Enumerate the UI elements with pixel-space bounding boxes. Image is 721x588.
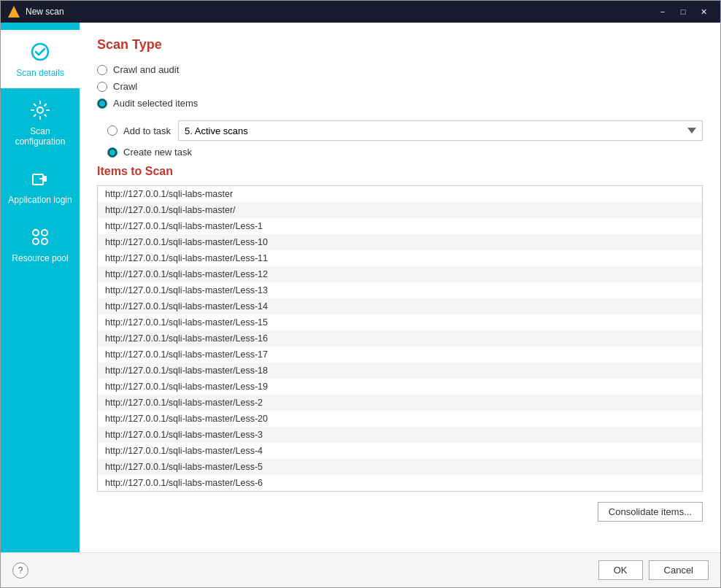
list-item[interactable]: http://127.0.0.1/sqli-labs-master/Less-1… (98, 379, 702, 395)
scan-type-title: Scan Type (97, 37, 703, 53)
window-title: New scan (26, 7, 653, 17)
audit-selected-radio[interactable] (97, 98, 107, 109)
create-new-task-radio[interactable] (107, 147, 117, 158)
svg-point-0 (32, 44, 48, 60)
window-controls: − □ ✕ (653, 4, 713, 19)
svg-point-4 (42, 230, 47, 236)
main-window: New scan − □ ✕ Scan details (0, 0, 721, 588)
list-item[interactable]: http://127.0.0.1/sqli-labs-master/Less-2 (98, 395, 702, 411)
list-item[interactable]: http://127.0.0.1/sqli-labs-master/Less-5 (98, 459, 702, 475)
list-item[interactable]: http://127.0.0.1/sqli-labs-master/Less-1 (98, 218, 702, 234)
content-area: Scan Type Crawl and audit Crawl Audit se… (80, 23, 720, 552)
login-icon (28, 167, 52, 190)
svg-point-3 (33, 230, 39, 236)
resource-icon (28, 225, 52, 249)
list-item[interactable]: http://127.0.0.1/sqli-labs-master/Less-4 (98, 443, 702, 459)
footer-left: ? (12, 562, 28, 579)
sidebar-item-application-login[interactable]: Application login (1, 157, 80, 215)
app-icon (8, 6, 20, 18)
scan-type-section: Scan Type Crawl and audit Crawl Audit se… (97, 37, 703, 165)
footer-buttons: OK Cancel (598, 560, 709, 580)
active-scans-dropdown[interactable]: 1. Default 2. Quick scan 3. Full scan 4.… (178, 120, 703, 141)
gear-icon (28, 98, 52, 122)
task-options: Add to task 1. Default 2. Quick scan 3. … (107, 120, 703, 158)
list-item[interactable]: http://127.0.0.1/sqli-labs-master/Less-1… (98, 314, 702, 330)
crawl-audit-label: Crawl and audit (113, 64, 179, 75)
ok-button[interactable]: OK (598, 560, 643, 580)
sidebar-item-resource-pool-label: Resource pool (12, 253, 68, 263)
crawl-audit-option[interactable]: Crawl and audit (97, 64, 703, 75)
sidebar-item-scan-details-label: Scan details (16, 68, 63, 78)
list-item[interactable]: http://127.0.0.1/sqli-labs-master/Less-3 (98, 427, 702, 443)
list-item[interactable]: http://127.0.0.1/sqli-labs-master/Less-1… (98, 363, 702, 379)
sidebar: Scan details Scan configuration (1, 23, 80, 552)
close-button[interactable]: ✕ (694, 4, 713, 19)
main-content: Scan details Scan configuration (1, 23, 720, 552)
scan-type-radio-group: Crawl and audit Crawl Audit selected ite… (97, 64, 703, 109)
maximize-button[interactable]: □ (674, 4, 693, 19)
svg-point-1 (37, 107, 43, 113)
crawl-option[interactable]: Crawl (97, 81, 703, 92)
help-button[interactable]: ? (12, 562, 28, 579)
create-new-task-row: Create new task (107, 147, 703, 158)
audit-selected-option[interactable]: Audit selected items (97, 98, 703, 109)
create-new-task-option[interactable]: Create new task (107, 147, 192, 158)
list-item[interactable]: http://127.0.0.1/sqli-labs-master/Less-6 (98, 475, 702, 491)
crawl-audit-radio[interactable] (97, 65, 107, 75)
sidebar-item-scan-configuration[interactable]: Scan configuration (1, 88, 80, 157)
items-to-scan-title: Items to Scan (97, 165, 703, 178)
list-item[interactable]: http://127.0.0.1/sqli-labs-master/Less-1… (98, 330, 702, 347)
list-item[interactable]: http://127.0.0.1/sqli-labs-master/Less-1… (98, 250, 702, 266)
sidebar-item-scan-details[interactable]: Scan details (1, 30, 80, 88)
create-new-task-label: Create new task (123, 147, 192, 158)
add-to-task-radio[interactable] (107, 125, 117, 136)
crawl-label: Crawl (113, 81, 137, 92)
list-item[interactable]: http://127.0.0.1/sqli-labs-master/Less-7 (98, 491, 702, 492)
items-list[interactable]: http://127.0.0.1/sqli-labs-masterhttp://… (97, 185, 703, 492)
list-item[interactable]: http://127.0.0.1/sqli-labs-master/ (98, 202, 702, 218)
cancel-button[interactable]: Cancel (649, 560, 709, 580)
list-item[interactable]: http://127.0.0.1/sqli-labs-master/Less-1… (98, 282, 702, 298)
titlebar: New scan − □ ✕ (1, 1, 720, 23)
crawl-radio[interactable] (97, 82, 107, 92)
items-to-scan-section: Items to Scan http://127.0.0.1/sqli-labs… (97, 165, 703, 538)
svg-point-6 (42, 239, 47, 244)
add-to-task-label: Add to task (123, 125, 171, 136)
list-item[interactable]: http://127.0.0.1/sqli-labs-master/Less-1… (98, 234, 702, 250)
add-to-task-option[interactable]: Add to task (107, 125, 171, 136)
minimize-button[interactable]: − (653, 4, 672, 19)
sidebar-item-scan-config-label: Scan configuration (7, 126, 74, 147)
list-item[interactable]: http://127.0.0.1/sqli-labs-master/Less-2… (98, 411, 702, 427)
add-to-task-row: Add to task 1. Default 2. Quick scan 3. … (107, 120, 703, 141)
list-item[interactable]: http://127.0.0.1/sqli-labs-master (98, 186, 702, 202)
list-item[interactable]: http://127.0.0.1/sqli-labs-master/Less-1… (98, 298, 702, 314)
consolidate-items-button[interactable]: Consolidate items... (598, 502, 703, 522)
scan-details-icon (28, 40, 52, 63)
sidebar-item-app-login-label: Application login (8, 195, 72, 205)
list-item[interactable]: http://127.0.0.1/sqli-labs-master/Less-1… (98, 347, 702, 363)
footer: ? OK Cancel (1, 552, 720, 587)
svg-point-5 (33, 239, 39, 244)
audit-selected-label: Audit selected items (113, 98, 198, 109)
sidebar-item-resource-pool[interactable]: Resource pool (1, 215, 80, 274)
consolidate-row: Consolidate items... (97, 496, 703, 522)
list-item[interactable]: http://127.0.0.1/sqli-labs-master/Less-1… (98, 266, 702, 282)
